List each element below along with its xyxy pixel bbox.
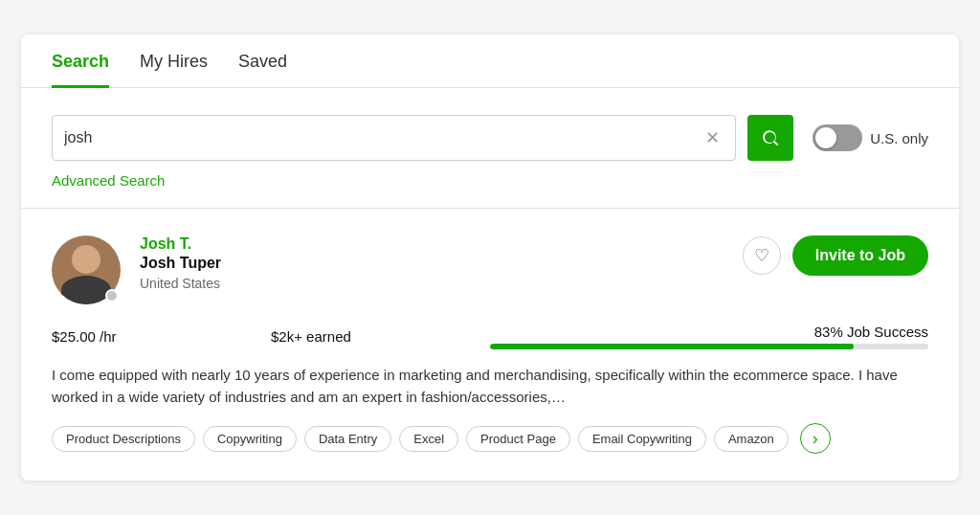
- skill-tag[interactable]: Data Entry: [304, 426, 391, 452]
- search-section: ✕ U.S. only Advanced Search: [21, 88, 959, 209]
- candidate-full-name: Josh Tuper: [140, 255, 221, 272]
- tab-my-hires[interactable]: My Hires: [140, 34, 208, 88]
- tab-search[interactable]: Search: [52, 34, 109, 88]
- skill-tag[interactable]: Product Page: [466, 426, 570, 452]
- search-input[interactable]: [64, 129, 705, 146]
- candidate-location: United States: [140, 276, 221, 291]
- search-icon: [760, 127, 781, 148]
- candidate-display-name[interactable]: Josh T.: [140, 235, 221, 253]
- skill-tag[interactable]: Copywriting: [203, 426, 297, 452]
- skill-tag[interactable]: Excel: [399, 426, 458, 452]
- main-container: Search My Hires Saved ✕ U.S. only Advanc…: [21, 34, 959, 481]
- earned-stat: $2k+ earned: [271, 328, 490, 346]
- heart-icon: ♡: [754, 245, 769, 266]
- skills-next-button[interactable]: ›: [800, 423, 831, 454]
- save-button[interactable]: ♡: [743, 236, 781, 275]
- us-only-label: U.S. only: [870, 130, 928, 146]
- skills-row: Product Descriptions Copywriting Data En…: [52, 423, 928, 454]
- search-row: ✕ U.S. only: [52, 115, 928, 161]
- advanced-search-link[interactable]: Advanced Search: [52, 172, 928, 189]
- invite-to-job-button[interactable]: Invite to Job: [792, 235, 928, 276]
- card-left: Josh T. Josh Tuper United States: [52, 235, 221, 304]
- tabs-bar: Search My Hires Saved: [21, 34, 959, 88]
- rate-stat: $25.00 /hr: [52, 328, 271, 346]
- stats-row: $25.00 /hr $2k+ earned 83% Job Success: [52, 324, 928, 349]
- skill-tag[interactable]: Product Descriptions: [52, 426, 195, 452]
- chevron-right-icon: ›: [813, 429, 818, 449]
- us-only-toggle[interactable]: [813, 124, 862, 151]
- avatar-body: [61, 276, 111, 304]
- card-top: Josh T. Josh Tuper United States ♡ Invit…: [52, 235, 928, 304]
- avatar-wrap: [52, 235, 121, 304]
- avatar-head: [72, 245, 100, 274]
- rate-value: $25.00 /hr: [52, 328, 117, 345]
- search-input-wrapper: ✕: [52, 115, 736, 161]
- card-actions: ♡ Invite to Job: [743, 235, 928, 276]
- progress-bar: [490, 344, 928, 349]
- candidate-card: Josh T. Josh Tuper United States ♡ Invit…: [21, 209, 959, 481]
- candidate-info: Josh T. Josh Tuper United States: [140, 235, 221, 291]
- tab-saved[interactable]: Saved: [238, 34, 287, 88]
- online-status-dot: [105, 289, 119, 302]
- clear-icon[interactable]: ✕: [705, 127, 720, 148]
- skill-tag[interactable]: Amazon: [714, 426, 789, 452]
- toggle-row: U.S. only: [813, 124, 928, 151]
- progress-bar-fill: [490, 344, 854, 349]
- job-success-stat: 83% Job Success: [490, 324, 928, 349]
- earned-value: $2k+ earned: [271, 328, 351, 345]
- job-success-label: 83% Job Success: [490, 324, 928, 340]
- skill-tag[interactable]: Email Copywriting: [578, 426, 706, 452]
- search-button[interactable]: [747, 115, 793, 161]
- candidate-bio: I come equipped with nearly 10 years of …: [52, 365, 928, 408]
- toggle-knob: [815, 127, 836, 148]
